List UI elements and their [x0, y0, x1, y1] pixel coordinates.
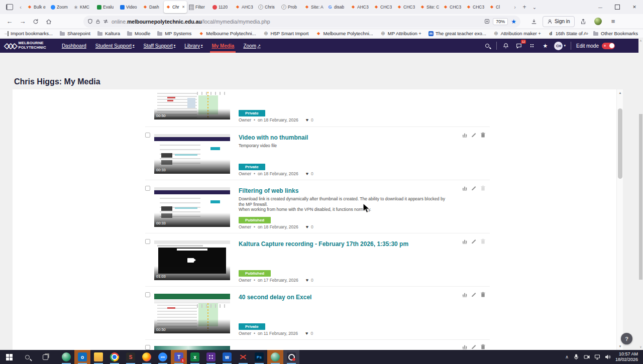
scroll-up-icon[interactable]	[638, 39, 643, 44]
permissions-icon[interactable]	[103, 19, 109, 24]
scroll-up-icon[interactable]	[617, 90, 623, 96]
analytics-icon[interactable]	[462, 132, 468, 138]
media-title-link[interactable]: Filtering of web links	[239, 187, 298, 194]
list-scrollbar[interactable]	[616, 89, 623, 350]
favourites-star-icon[interactable]: ★	[541, 42, 549, 50]
bookmark-item[interactable]: 16th State of Agile Re...	[548, 31, 586, 36]
firefox-view-icon[interactable]	[3, 2, 16, 12]
taskbar-app-teams[interactable]: T1	[171, 350, 187, 364]
site-nav-link[interactable]: My Media ▾ ↗	[207, 39, 239, 53]
melbourne-polytechnic-logo[interactable]: ◇◇◇ MELBOURNEPOLYTECHNIC	[0, 39, 46, 53]
video-thumbnail[interactable]: 01:03	[154, 240, 230, 280]
select-checkbox[interactable]	[145, 133, 150, 138]
other-bookmarks-folder[interactable]: Other Bookmarks	[593, 31, 638, 36]
window-close-button[interactable]	[626, 0, 643, 14]
analytics-icon[interactable]	[462, 185, 468, 191]
bookmark-item[interactable]: Import bookmarks...	[3, 31, 53, 36]
select-checkbox[interactable]	[145, 345, 150, 350]
analytics-icon[interactable]	[462, 238, 468, 244]
browser-tab[interactable]: KMC ✕	[71, 1, 94, 13]
browser-tab[interactable]: AHC3 ✕	[233, 1, 256, 13]
bookmark-star-icon[interactable]: ★	[511, 18, 516, 25]
forward-button[interactable]: →	[16, 16, 29, 28]
bookmark-item[interactable]: Sharepoint	[60, 31, 90, 36]
save-page-icon[interactable]	[484, 19, 490, 24]
browser-tab[interactable]: Filter ✕	[187, 1, 210, 13]
start-button[interactable]	[0, 350, 18, 364]
video-thumbnail[interactable]: 00:50	[154, 90, 230, 119]
scrollbar-thumb[interactable]	[618, 108, 622, 179]
browser-tab[interactable]: AHC3 ✕	[349, 1, 372, 13]
scrollbar-thumb[interactable]	[639, 114, 642, 280]
bookmark-item[interactable]: Melbourne Polytechni...	[315, 31, 373, 36]
browser-tab[interactable]: Site: C ✕	[418, 1, 441, 13]
taskbar-app-globalprotect[interactable]	[267, 350, 283, 364]
browser-tab[interactable]: 1120 ✕	[210, 1, 233, 13]
browser-tab[interactable]: Chris ✕	[256, 1, 279, 13]
browser-tab[interactable]: CHC3 ✕	[372, 1, 395, 13]
share-icon[interactable]	[577, 16, 590, 28]
page-scrollbar[interactable]	[638, 39, 643, 350]
tracking-shield-icon[interactable]	[87, 19, 93, 24]
browser-tab[interactable]: Prob ✕	[279, 1, 302, 13]
tray-expand-icon[interactable]: ∧	[565, 354, 569, 359]
browser-tab[interactable]: Video ✕	[118, 1, 141, 13]
media-title-link[interactable]: Video with no thumbnail	[239, 134, 308, 141]
camera-icon[interactable]	[584, 354, 590, 360]
user-menu[interactable]: CH ▾	[554, 42, 566, 50]
taskbar-app-file-explorer[interactable]	[90, 350, 106, 364]
edit-pencil-icon[interactable]	[471, 292, 477, 297]
taskbar-search-icon[interactable]	[18, 350, 36, 364]
bookmark-item[interactable]: MP Attribution +	[380, 31, 421, 36]
select-checkbox[interactable]	[145, 292, 150, 297]
scroll-down-icon[interactable]	[638, 345, 643, 350]
edit-pencil-icon[interactable]	[471, 238, 477, 244]
site-nav-link[interactable]: Student Support ▾ ↗	[91, 39, 139, 53]
taskbar-app-kaltura-capture[interactable]	[283, 350, 299, 364]
browser-tab[interactable]: Bulk e ✕	[25, 1, 48, 13]
scroll-down-icon[interactable]	[617, 343, 623, 349]
profile-avatar[interactable]	[592, 16, 605, 28]
browser-tab[interactable]: Zoom ✕	[48, 1, 71, 13]
delete-trash-icon[interactable]	[480, 185, 486, 191]
taskbar-app-purple[interactable]	[203, 350, 219, 364]
browser-tab[interactable]: Cl ✕	[487, 1, 510, 13]
edit-mode-toggle[interactable]	[602, 43, 615, 49]
scroll-tabs-right-icon[interactable]	[510, 4, 519, 10]
bookmark-item[interactable]: The great teacher exo...	[428, 31, 486, 36]
taskbar-app-photoshop[interactable]: Ps	[251, 350, 267, 364]
bookmark-item[interactable]: Kaltura	[97, 31, 120, 36]
network-icon[interactable]	[594, 354, 600, 360]
select-checkbox[interactable]	[145, 239, 150, 244]
list-all-tabs-icon[interactable]	[529, 4, 540, 11]
taskbar-app-excel[interactable]: x	[187, 350, 203, 364]
task-view-icon[interactable]	[36, 350, 54, 364]
bookmark-item[interactable]: MP Systems	[157, 31, 191, 36]
taskbar-app-outlook[interactable]: o	[74, 350, 90, 364]
browser-tab[interactable]: CHC3 ✕	[441, 1, 464, 13]
scroll-tabs-left-icon[interactable]	[16, 4, 25, 10]
media-title-link[interactable]: 40 second delay on Excel	[239, 294, 311, 301]
downloads-icon[interactable]	[527, 16, 541, 28]
reload-button[interactable]	[29, 16, 42, 28]
address-bar[interactable]: online.melbournepolytechnic.edu.au/local…	[83, 16, 520, 28]
speaker-icon[interactable]	[605, 354, 611, 360]
browser-tab[interactable]: Evalu ✕	[94, 1, 118, 13]
edit-pencil-icon[interactable]	[471, 185, 477, 191]
bookmarks-overflow-icon[interactable]	[586, 31, 589, 36]
taskbar-app-snipping-tool[interactable]	[235, 350, 251, 364]
taskbar-app-photos[interactable]	[58, 350, 74, 364]
tab-close-icon[interactable]: ✕	[182, 5, 185, 9]
browser-tab[interactable]: CHC3 ✕	[464, 1, 487, 13]
video-thumbnail[interactable]: 00:50	[154, 294, 230, 333]
sign-in-button[interactable]: Sign in	[543, 16, 575, 27]
delete-trash-icon[interactable]	[480, 344, 486, 349]
taskbar-app-firefox[interactable]	[139, 350, 155, 364]
video-thumbnail[interactable]: 00:33	[154, 134, 230, 174]
analytics-icon[interactable]	[462, 292, 468, 297]
delete-trash-icon[interactable]	[480, 238, 486, 244]
window-minimize-button[interactable]	[592, 0, 609, 14]
edit-pencil-icon[interactable]	[471, 344, 477, 349]
notifications-bell-icon[interactable]	[502, 42, 510, 50]
bookmark-item[interactable]: H5P Smart Import	[263, 31, 309, 36]
